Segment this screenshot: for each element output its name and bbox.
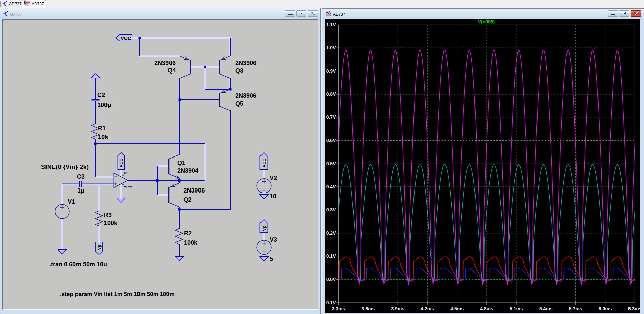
svg-text:Q1: Q1 [177, 160, 185, 166]
svg-text:6.3ms: 6.3ms [628, 306, 642, 311]
svg-text:1.1V: 1.1V [326, 22, 336, 27]
svg-text:2N3906: 2N3906 [235, 60, 256, 66]
svg-text:R3: R3 [104, 212, 112, 218]
svg-text:0.8V: 0.8V [326, 91, 336, 97]
svg-text:Vp: Vp [97, 245, 102, 250]
svg-text:100µ: 100µ [97, 102, 111, 108]
svg-text:6.0ms: 6.0ms [599, 306, 612, 311]
svg-text:0.7V: 0.7V [326, 114, 336, 120]
svg-text:0.0V: 0.0V [326, 277, 336, 282]
svg-text:10k: 10k [98, 134, 109, 140]
svg-text:VCC: VCC [121, 35, 131, 41]
svg-text:0.3V: 0.3V [326, 207, 336, 212]
svg-text:4.8ms: 4.8ms [480, 306, 493, 311]
svg-text:5.4ms: 5.4ms [539, 306, 553, 311]
svg-text:.step param Vin list 1m 5m 10m: .step param Vin list 1m 5m 10m 50m 100m [60, 291, 175, 298]
svg-text:10: 10 [270, 193, 276, 200]
svg-text:R2: R2 [184, 230, 192, 237]
svg-text:Q3: Q3 [235, 67, 243, 74]
svg-text:5.7ms: 5.7ms [569, 306, 582, 311]
svg-text:2N3906: 2N3906 [184, 187, 205, 194]
svg-text:5: 5 [270, 256, 273, 263]
svg-text:C3: C3 [77, 173, 85, 180]
svg-text:2N3906: 2N3906 [235, 92, 256, 99]
svg-text:V3: V3 [270, 236, 277, 243]
svg-text:-0.1V: -0.1V [325, 300, 336, 305]
svg-text:1µ: 1µ [77, 187, 84, 194]
svg-text:4.5ms: 4.5ms [450, 306, 464, 311]
svg-text:2N3906: 2N3906 [154, 60, 176, 66]
svg-text:V2: V2 [270, 175, 277, 181]
svg-text:0.9V: 0.9V [326, 68, 336, 74]
svg-text:0.6V: 0.6V [326, 138, 336, 143]
svg-text:U1: U1 [124, 171, 128, 175]
svg-text:1.0V: 1.0V [326, 45, 336, 50]
svg-text:100k: 100k [104, 220, 118, 226]
svg-text:V1: V1 [68, 198, 75, 205]
svg-text:VCC: VCC [262, 159, 267, 167]
svg-text:3.9ms: 3.9ms [391, 306, 404, 311]
svg-text:Q4: Q4 [168, 67, 176, 74]
svg-text:0.5V: 0.5V [326, 161, 336, 166]
svg-text:4.2ms: 4.2ms [421, 306, 434, 311]
svg-text:100k: 100k [184, 239, 198, 246]
svg-text:TL072: TL072 [124, 186, 133, 189]
svg-text:3.6ms: 3.6ms [362, 306, 375, 311]
svg-text:Q2: Q2 [184, 196, 192, 203]
svg-text:0.1V: 0.1V [326, 253, 336, 259]
svg-text:R1: R1 [98, 125, 106, 132]
svg-text:Vp: Vp [262, 225, 267, 231]
svg-text:5.1ms: 5.1ms [510, 306, 523, 311]
svg-text:Q5: Q5 [235, 100, 243, 107]
svg-text:C2: C2 [97, 92, 105, 98]
svg-text:SINE(0 {Vin} 2k): SINE(0 {Vin} 2k) [41, 164, 89, 170]
svg-text:3.3ms: 3.3ms [332, 306, 345, 311]
svg-text:0.2V: 0.2V [326, 230, 336, 236]
svg-text:0.4V: 0.4V [326, 184, 336, 189]
svg-text:2N3904: 2N3904 [177, 167, 198, 174]
svg-text:VCC: VCC [119, 159, 124, 167]
svg-text:.tran 0 60m 50m 10u: .tran 0 60m 50m 10u [49, 261, 107, 268]
svg-text:V(n008): V(n008) [478, 19, 495, 24]
